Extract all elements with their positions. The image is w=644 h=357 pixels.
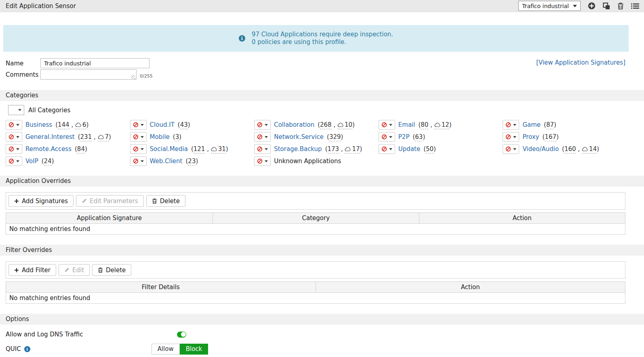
category-link[interactable]: Social.Media	[150, 145, 188, 153]
category-link[interactable]: General.Interest	[25, 133, 75, 141]
category-link[interactable]: Update	[398, 145, 420, 153]
category-action-dropdown[interactable]	[503, 120, 519, 130]
category-counts: (63)	[412, 133, 425, 141]
category-action-dropdown[interactable]	[130, 144, 147, 154]
column-header[interactable]: Application Signature	[6, 213, 213, 224]
quic-segmented-control: Allow Block	[152, 344, 208, 355]
column-header[interactable]: Filter Details	[6, 282, 316, 293]
view-application-signatures-link[interactable]: [View Application Signatures]	[536, 59, 625, 66]
category-action-dropdown[interactable]	[379, 144, 395, 154]
category-counts: (329)	[327, 133, 343, 141]
delete-filter-button[interactable]: Delete	[92, 264, 131, 276]
category-item: Video/Audio(160 , 14)	[503, 144, 625, 154]
info-icon: i	[24, 346, 30, 352]
chevron-down-icon	[389, 148, 392, 150]
add-filter-button[interactable]: Add Filter	[8, 264, 56, 276]
category-action-dropdown[interactable]	[503, 144, 519, 154]
category-link[interactable]: Remote.Access	[25, 145, 72, 153]
category-link[interactable]: Network.Service	[274, 133, 324, 141]
block-icon	[8, 122, 14, 128]
category-link[interactable]: Game	[522, 121, 541, 128]
category-link[interactable]: Storage.Backup	[274, 145, 322, 153]
category-counts: (84)	[75, 145, 87, 153]
category-link[interactable]: Cloud.IT	[150, 121, 175, 128]
block-icon	[8, 158, 14, 164]
trash-icon	[152, 198, 157, 204]
clone-icon[interactable]	[603, 2, 610, 10]
all-categories-dropdown[interactable]	[8, 105, 24, 115]
chevron-down-icon	[16, 124, 19, 126]
category-link[interactable]: Collaboration	[274, 121, 314, 128]
block-icon	[133, 146, 139, 152]
category-action-dropdown[interactable]	[254, 156, 271, 166]
category-item: Update(50)	[379, 144, 501, 154]
category-action-dropdown[interactable]	[254, 144, 271, 154]
category-action-dropdown[interactable]	[6, 144, 22, 154]
category-counts: (23)	[186, 158, 198, 165]
edit-filter-button[interactable]: Edit	[59, 264, 90, 276]
category-counts: (121 , 31)	[191, 145, 228, 153]
filter-overrides-table: Filter Details Action No matching entrie…	[6, 281, 625, 304]
category-counts: (231 , 7)	[78, 133, 111, 141]
category-item: Email(80 , 12)	[379, 120, 501, 130]
options-section-header: Options	[0, 314, 644, 325]
create-new-icon[interactable]	[588, 2, 596, 10]
category-link[interactable]: Business	[25, 121, 52, 128]
category-action-dropdown[interactable]	[130, 120, 147, 130]
chevron-down-icon	[265, 124, 268, 126]
category-action-dropdown[interactable]	[130, 156, 147, 166]
category-link[interactable]: VoIP	[25, 158, 38, 165]
profile-dropdown[interactable]: Trafico industrial	[518, 1, 581, 11]
category-action-dropdown[interactable]	[503, 132, 519, 142]
category-action-dropdown[interactable]	[379, 132, 395, 142]
add-signatures-button[interactable]: Add Signatures	[8, 195, 74, 207]
category-counts: (80 , 12)	[418, 121, 451, 128]
category-action-dropdown[interactable]	[379, 120, 395, 130]
category-action-dropdown[interactable]	[254, 132, 271, 142]
application-overrides-section-header: Application Overrides	[0, 176, 644, 187]
category-item: Storage.Backup(173 , 17)	[254, 144, 377, 154]
category-action-dropdown[interactable]	[6, 156, 22, 166]
chevron-down-icon	[573, 5, 577, 7]
block-icon	[381, 134, 387, 140]
delete-icon[interactable]	[617, 2, 624, 10]
plus-icon	[14, 268, 19, 273]
category-action-dropdown[interactable]	[6, 132, 22, 142]
comments-label: Comments	[6, 69, 40, 78]
block-icon	[8, 146, 14, 152]
cloud-icon	[434, 123, 441, 127]
category-link[interactable]: Video/Audio	[522, 145, 559, 153]
column-header[interactable]: Category	[213, 213, 419, 224]
cloud-icon	[98, 135, 104, 139]
category-link[interactable]: Email	[398, 121, 415, 128]
block-icon	[505, 134, 511, 140]
comments-input[interactable]	[40, 69, 137, 80]
dns-traffic-toggle[interactable]	[177, 332, 186, 338]
chevron-down-icon	[513, 148, 516, 150]
cloud-icon	[582, 147, 588, 151]
category-action-dropdown[interactable]	[130, 132, 147, 142]
category-link[interactable]: Proxy	[522, 133, 539, 141]
category-action-dropdown[interactable]	[254, 120, 271, 130]
pencil-icon	[82, 198, 87, 204]
delete-signatures-button[interactable]: Delete	[146, 195, 185, 207]
cloud-icon	[337, 123, 344, 127]
category-link[interactable]: Web.Client	[150, 158, 183, 165]
block-icon	[133, 158, 139, 164]
edit-parameters-button[interactable]: Edit Parameters	[76, 195, 144, 207]
column-header[interactable]: Action	[419, 213, 625, 224]
chevron-down-icon	[389, 124, 392, 126]
category-link[interactable]: P2P	[398, 133, 410, 141]
plus-icon	[14, 199, 19, 204]
quic-block-button[interactable]: Block	[180, 344, 208, 355]
name-input[interactable]	[40, 58, 149, 68]
toggle-knob	[181, 332, 186, 337]
chevron-down-icon	[141, 136, 144, 138]
view-list-icon[interactable]	[631, 3, 639, 9]
category-item: Remote.Access(84)	[6, 144, 128, 154]
quic-allow-button[interactable]: Allow	[152, 344, 180, 355]
category-link[interactable]: Mobile	[150, 133, 170, 141]
column-header[interactable]: Action	[316, 282, 625, 293]
category-action-dropdown[interactable]	[6, 120, 22, 130]
category-counts: (24)	[42, 158, 54, 165]
